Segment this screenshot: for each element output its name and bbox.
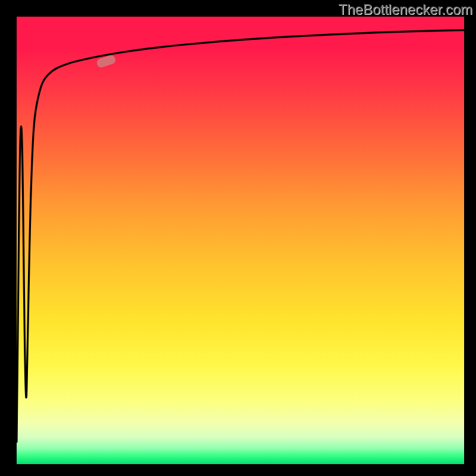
- plot-area: [17, 17, 464, 464]
- attribution-text: TheBottlenecker.com: [339, 1, 472, 18]
- chart-frame: TheBottlenecker.com: [0, 0, 476, 476]
- curve-layer: [17, 17, 464, 464]
- bottleneck-curve: [17, 30, 464, 442]
